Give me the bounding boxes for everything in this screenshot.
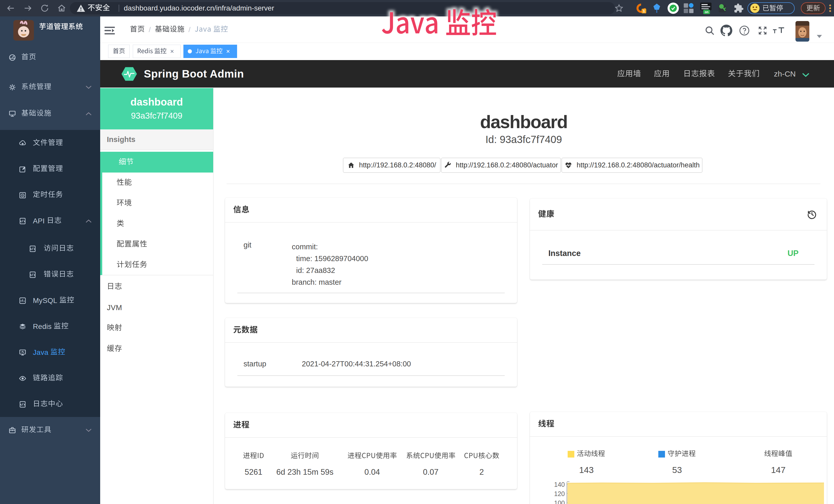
svg-text:on: on [705,10,709,14]
svg-text:100: 100 [554,499,565,504]
svg-text:140: 140 [554,481,565,488]
svg-text:120: 120 [554,490,565,497]
svg-text:1: 1 [643,9,645,13]
